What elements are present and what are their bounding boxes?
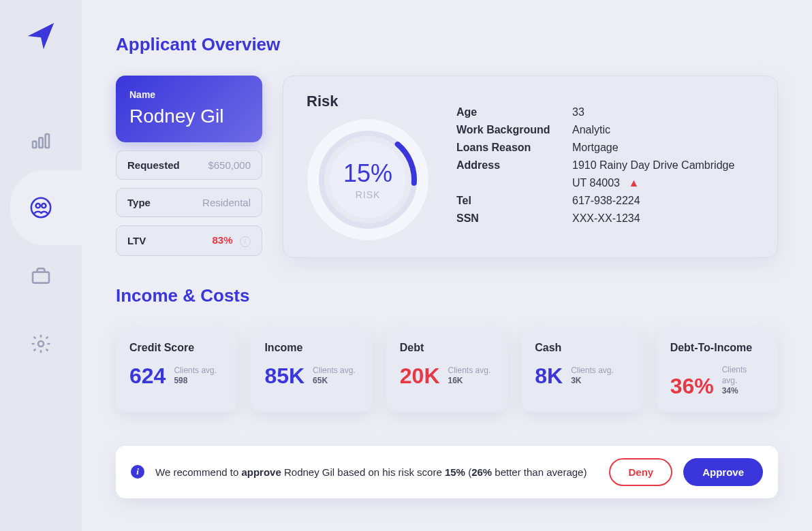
work-label: Work Background — [456, 124, 572, 136]
details-table: Age 33 Work Background Analytic Loans Re… — [456, 93, 754, 241]
reason-value: Mortgage — [572, 142, 754, 154]
work-value: Analytic — [572, 124, 754, 136]
logo-icon — [25, 20, 57, 54]
nav-portfolio[interactable] — [24, 259, 58, 293]
svg-point-4 — [36, 204, 40, 208]
ltv-label: LTV — [127, 235, 146, 246]
info-icon[interactable]: i — [240, 236, 251, 247]
svg-rect-0 — [33, 142, 36, 148]
risk-card: Risk 15% RISK Age 3 — [283, 76, 778, 258]
svg-rect-6 — [33, 272, 49, 283]
address-label: Address — [456, 159, 572, 172]
risk-donut: 15% RISK — [307, 118, 429, 241]
metrics-row: Credit Score 624 Clients avg.598 Income … — [116, 327, 778, 412]
reason-label: Loans Reason — [456, 142, 572, 154]
cash-value: 8K — [535, 365, 563, 387]
address-line1: 1910 Rainy Day Drive Cambridge — [572, 159, 754, 172]
nav-settings[interactable] — [24, 327, 58, 361]
credit-score-value: 624 — [129, 365, 166, 387]
metric-debt: Debt 20K Clients avg.16K — [386, 327, 507, 412]
svg-rect-1 — [39, 138, 42, 148]
metric-dti: Debt-To-Income 36% Clients avg.34% — [657, 327, 778, 412]
address-line2: UT 84003 — [572, 177, 620, 189]
sidebar — [0, 0, 82, 531]
nav-analytics[interactable] — [24, 123, 58, 157]
page-title: Applicant Overview — [116, 34, 778, 55]
applicant-name: Rodney Gil — [129, 106, 249, 127]
requested-value: $650,000 — [208, 159, 251, 171]
risk-title: Risk — [307, 93, 429, 110]
dti-value: 36% — [670, 375, 714, 397]
requested-label: Requested — [127, 159, 180, 171]
deny-button[interactable]: Deny — [609, 458, 672, 486]
age-label: Age — [456, 106, 572, 118]
risk-percent: 15% — [343, 159, 392, 188]
applicant-summary: Name Rodney Gil Requested $650,000 Type … — [116, 76, 262, 258]
ssn-label: SSN — [456, 212, 572, 225]
metric-income: Income 85K Clients avg.65K — [251, 327, 372, 412]
name-card: Name Rodney Gil — [116, 76, 262, 142]
recommendation-bar: i We recommend to approve Rodney Gil bas… — [116, 446, 778, 498]
recommendation-text: We recommend to approve Rodney Gil based… — [155, 466, 598, 478]
svg-point-3 — [31, 198, 50, 217]
ltv-value: 83% — [213, 234, 233, 246]
income-value: 85K — [264, 365, 304, 387]
age-value: 33 — [572, 106, 754, 118]
metric-credit-score: Credit Score 624 Clients avg.598 — [116, 327, 237, 412]
overview-row: Name Rodney Gil Requested $650,000 Type … — [116, 76, 778, 258]
svg-point-7 — [38, 341, 44, 347]
ltv-pill: LTV 83% i — [116, 225, 262, 256]
type-value: Residental — [202, 197, 251, 208]
debt-value: 20K — [400, 365, 440, 387]
ssn-value: XXX-XX-1234 — [572, 212, 754, 225]
svg-point-5 — [42, 204, 46, 208]
tel-label: Tel — [456, 195, 572, 207]
warning-icon[interactable]: ▲ — [628, 177, 639, 189]
name-label: Name — [129, 89, 249, 100]
approve-button[interactable]: Approve — [683, 458, 763, 486]
tel-value: 617-938-2224 — [572, 195, 754, 207]
main-content: Applicant Overview Name Rodney Gil Reque… — [82, 0, 812, 531]
metric-cash: Cash 8K Clients avg.3K — [521, 327, 642, 412]
risk-label: RISK — [343, 189, 392, 200]
info-icon: i — [131, 465, 144, 479]
svg-rect-2 — [46, 134, 49, 148]
requested-pill: Requested $650,000 — [116, 150, 262, 180]
income-title: Income & Costs — [116, 285, 778, 306]
type-label: Type — [127, 197, 151, 208]
nav-applicants[interactable] — [24, 191, 58, 225]
type-pill: Type Residental — [116, 188, 262, 217]
